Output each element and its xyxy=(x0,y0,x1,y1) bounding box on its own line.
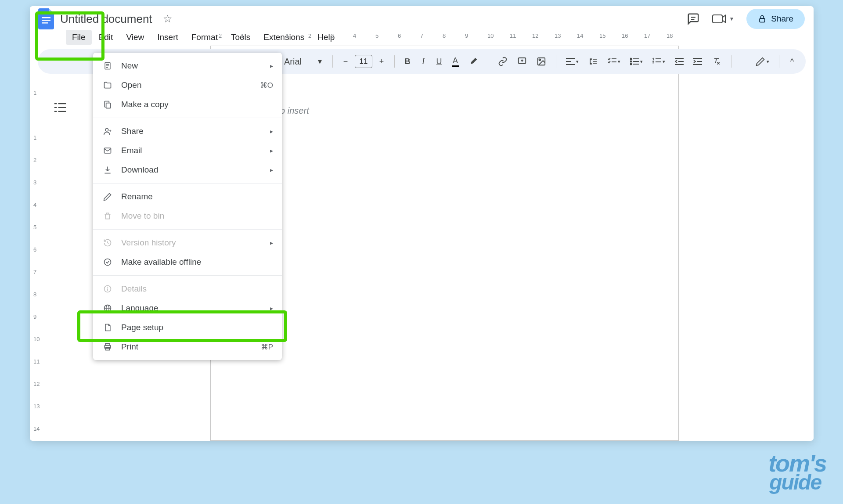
watermark-logo: tom's guide xyxy=(768,454,826,492)
ruler-h-tick: 18 xyxy=(666,32,673,39)
insert-image-button[interactable] xyxy=(533,54,550,69)
svg-rect-6 xyxy=(760,18,765,22)
docs-app-window: Untitled document ☆ ▼ Share File Edit Vi… xyxy=(30,6,814,441)
submenu-arrow-icon: ▸ xyxy=(270,305,273,312)
increase-font-size-button[interactable]: + xyxy=(375,54,388,69)
menu-item-label: Make a copy xyxy=(121,100,169,109)
add-comment-button[interactable] xyxy=(514,54,530,69)
font-family-caret-icon[interactable]: ▾ xyxy=(313,54,326,69)
svg-point-24 xyxy=(630,64,632,65)
ruler-v-tick: 4 xyxy=(33,202,36,208)
font-size-input[interactable]: 11 xyxy=(355,55,372,68)
ruler-h-tick: 1 xyxy=(286,32,289,39)
menu-item-label: Open xyxy=(121,80,141,90)
ruler-h-tick: 15 xyxy=(599,32,605,39)
menu-item-email[interactable]: Email ▸ xyxy=(93,141,282,160)
shortcut-label: ⌘P xyxy=(261,342,273,352)
highlight-color-button[interactable] xyxy=(465,54,482,69)
copy-icon xyxy=(102,100,113,109)
submenu-arrow-icon: ▸ xyxy=(270,166,273,173)
menu-item-label: Move to bin xyxy=(121,211,164,221)
share-button[interactable]: Share xyxy=(746,9,805,29)
numbered-list-button[interactable]: 12▾ xyxy=(649,55,669,68)
svg-text:1: 1 xyxy=(652,58,654,61)
ruler-h-tick: 11 xyxy=(510,32,516,39)
menu-item-label: Download xyxy=(121,165,159,175)
menu-item-print[interactable]: Print ⌘P xyxy=(93,337,282,356)
editing-mode-button[interactable]: ▾ xyxy=(752,54,773,69)
menu-item-share[interactable]: Share ▸ xyxy=(93,122,282,141)
menu-item-label: Share xyxy=(121,126,144,136)
menu-item-language[interactable]: Language ▸ xyxy=(93,299,282,318)
info-icon xyxy=(102,284,113,293)
svg-rect-5 xyxy=(713,15,722,23)
document-title[interactable]: Untitled document xyxy=(60,12,152,26)
italic-button[interactable]: I xyxy=(417,54,430,69)
ruler-h-tick: 2 xyxy=(219,32,222,39)
menu-item-make-copy[interactable]: Make a copy xyxy=(93,95,282,114)
offline-icon xyxy=(102,258,113,266)
ruler-v-tick: 2 xyxy=(33,157,36,163)
outline-toggle[interactable] xyxy=(54,103,66,114)
svg-point-49 xyxy=(105,128,108,131)
clear-formatting-button[interactable] xyxy=(708,54,725,68)
meet-call-icon[interactable]: ▼ xyxy=(712,13,734,25)
ruler-v-tick: 10 xyxy=(33,336,40,342)
download-icon xyxy=(102,166,113,174)
ruler-v-tick: 3 xyxy=(33,179,36,186)
menu-item-available-offline[interactable]: Make available offline xyxy=(93,252,282,272)
person-add-icon xyxy=(102,127,113,136)
svg-point-22 xyxy=(630,61,632,62)
checklist-button[interactable]: ▾ xyxy=(604,55,624,68)
star-icon[interactable]: ☆ xyxy=(163,13,173,25)
ruler-v-tick: 12 xyxy=(33,381,40,387)
ruler-v-tick: 1 xyxy=(33,90,36,96)
page-setup-icon xyxy=(102,323,113,332)
svg-point-20 xyxy=(630,58,632,60)
ruler-v-tick: 13 xyxy=(33,403,40,410)
menu-item-new[interactable]: New ▸ xyxy=(93,56,282,76)
menu-item-details: Details xyxy=(93,279,282,299)
svg-rect-48 xyxy=(106,103,111,108)
header-row: Untitled document ☆ ▼ Share xyxy=(30,6,814,28)
ruler-v-tick: 7 xyxy=(33,269,36,275)
svg-rect-2 xyxy=(42,22,48,24)
svg-point-57 xyxy=(108,287,108,288)
align-button[interactable]: ▾ xyxy=(562,55,582,68)
ruler-h-tick: 9 xyxy=(465,32,468,39)
menu-item-page-setup[interactable]: Page setup xyxy=(93,318,282,337)
submenu-arrow-icon: ▸ xyxy=(270,62,273,69)
vertical-ruler[interactable]: 11234567891011121314 xyxy=(30,90,42,441)
submenu-arrow-icon: ▸ xyxy=(270,128,273,135)
ruler-h-tick: 4 xyxy=(353,32,356,39)
folder-icon xyxy=(102,81,113,90)
share-button-label: Share xyxy=(771,14,793,24)
increase-indent-button[interactable] xyxy=(690,55,706,68)
watermark-line2: guide xyxy=(769,474,826,492)
insert-link-button[interactable] xyxy=(494,54,511,69)
horizontal-ruler[interactable]: 21123456789101112131415161718 xyxy=(87,32,805,41)
history-icon xyxy=(102,238,113,247)
hide-menus-button[interactable]: ^ xyxy=(785,54,799,69)
text-color-button[interactable]: A xyxy=(448,54,462,69)
ruler-h-tick: 10 xyxy=(487,32,494,39)
decrease-font-size-button[interactable]: − xyxy=(339,54,352,69)
ruler-h-tick: 13 xyxy=(555,32,561,39)
docs-logo-icon[interactable] xyxy=(36,7,56,31)
decrease-indent-button[interactable] xyxy=(671,55,687,68)
menu-item-label: Page setup xyxy=(121,323,163,332)
svg-point-54 xyxy=(104,259,111,266)
ruler-h-tick: 17 xyxy=(644,32,650,39)
submenu-arrow-icon: ▸ xyxy=(270,147,273,154)
menu-item-open[interactable]: Open ⌘O xyxy=(93,76,282,95)
ruler-h-tick: 8 xyxy=(443,32,446,39)
bulleted-list-button[interactable]: ▾ xyxy=(627,55,646,68)
menu-item-rename[interactable]: Rename xyxy=(93,187,282,206)
comments-history-icon[interactable] xyxy=(687,12,700,25)
underline-button[interactable]: U xyxy=(432,54,446,69)
menu-item-download[interactable]: Download ▸ xyxy=(93,160,282,180)
menu-item-label: Language xyxy=(121,303,159,313)
line-spacing-button[interactable] xyxy=(585,54,602,68)
ruler-h-tick: 6 xyxy=(398,32,401,39)
bold-button[interactable]: B xyxy=(401,54,414,69)
